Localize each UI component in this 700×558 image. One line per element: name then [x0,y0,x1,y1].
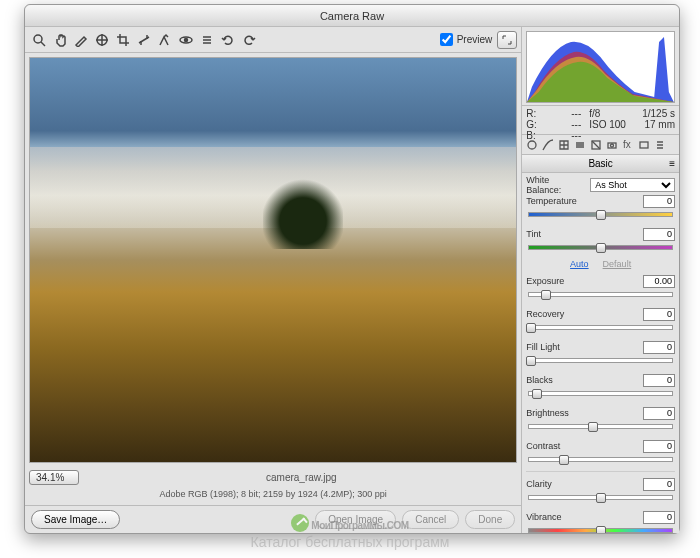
filename-label: camera_raw.jpg [85,472,517,483]
color-sampler-tool-icon[interactable] [92,30,112,50]
svg-text:fx: fx [623,139,631,150]
straighten-tool-icon[interactable] [134,30,154,50]
rotate-ccw-icon[interactable] [218,30,238,50]
exif-readout: f/81/125 s ISO 10017 mm [581,108,675,132]
histogram[interactable] [526,31,675,103]
toolbar: Preview [25,27,521,53]
tab-curve-icon[interactable] [540,137,555,152]
temperature-value[interactable] [643,195,675,208]
done-button[interactable]: Done [465,510,515,529]
tint-row: Tint [526,226,675,242]
contrast-slider[interactable] [528,454,673,466]
image-preview-area[interactable] [29,57,517,463]
svg-point-9 [185,38,188,41]
temperature-row: Temperature [526,193,675,209]
hand-tool-icon[interactable] [50,30,70,50]
recovery-slider[interactable] [528,322,673,334]
info-readout: R:--- G:--- B:--- f/81/125 s ISO 10017 m… [522,105,679,135]
fill-light-value[interactable] [643,341,675,354]
white-balance-tool-icon[interactable] [71,30,91,50]
svg-line-15 [592,141,600,149]
svg-point-0 [34,35,42,43]
preview-image [30,58,516,462]
tint-value[interactable] [643,228,675,241]
tab-presets-icon[interactable] [652,137,667,152]
red-eye-tool-icon[interactable] [176,30,196,50]
histogram-svg [527,32,674,102]
vibrance-slider[interactable] [528,525,673,533]
zoom-level-select[interactable]: 34.1% [29,470,79,485]
camera-raw-window: Camera Raw Preview [24,4,680,534]
right-panel: R:--- G:--- B:--- f/81/125 s ISO 10017 m… [522,27,679,533]
tab-split-icon[interactable] [588,137,603,152]
svg-point-13 [528,141,536,149]
window-titlebar[interactable]: Camera Raw [25,5,679,27]
preview-checkbox[interactable]: Preview [440,33,493,46]
fullscreen-toggle-icon[interactable] [497,31,517,49]
white-balance-select[interactable]: As Shot [590,178,675,192]
preview-checkbox-input[interactable] [440,33,453,46]
temperature-slider[interactable] [528,209,673,221]
content-area: Preview 34.1% camera_raw.jpg Adobe RGB (… [25,27,679,533]
tab-detail-icon[interactable] [556,137,571,152]
bottom-button-bar: Save Image… Open Image Cancel Done [25,505,521,533]
svg-rect-19 [640,142,648,148]
panel-menu-icon[interactable]: ≡ [669,155,675,173]
open-image-button[interactable]: Open Image [315,510,396,529]
zoom-bar: 34.1% camera_raw.jpg [25,467,521,487]
blacks-slider[interactable] [528,388,673,400]
brightness-slider[interactable] [528,421,673,433]
auto-default-row: Auto Default [526,259,675,269]
fill-light-slider[interactable] [528,355,673,367]
svg-point-17 [610,144,613,147]
panel-header: Basic ≡ [522,155,679,173]
panel-header-label: Basic [588,155,612,173]
crop-tool-icon[interactable] [113,30,133,50]
tab-lens-icon[interactable] [604,137,619,152]
exposure-value[interactable] [643,275,675,288]
tab-basic-icon[interactable] [524,137,539,152]
recovery-value[interactable] [643,308,675,321]
rgb-readout: R:--- G:--- B:--- [526,108,581,132]
tab-hsl-icon[interactable] [572,137,587,152]
save-image-button[interactable]: Save Image… [31,510,120,529]
tab-calibration-icon[interactable] [636,137,651,152]
vibrance-value[interactable] [643,511,675,524]
workflow-link[interactable]: Adobe RGB (1998); 8 bit; 2159 by 1924 (4… [25,487,521,505]
contrast-value[interactable] [643,440,675,453]
clarity-value[interactable] [643,478,675,491]
white-balance-label: White Balance: [526,175,586,195]
svg-line-1 [41,42,45,46]
cancel-button[interactable]: Cancel [402,510,459,529]
blacks-value[interactable] [643,374,675,387]
left-panel: Preview 34.1% camera_raw.jpg Adobe RGB (… [25,27,522,533]
list-tool-icon[interactable] [197,30,217,50]
default-link[interactable]: Default [603,259,632,269]
rotate-cw-icon[interactable] [239,30,259,50]
tint-slider[interactable] [528,242,673,254]
tab-fx-icon[interactable]: fx [620,137,635,152]
basic-adjustments-panel: White Balance: As Shot Temperature Tint … [522,173,679,533]
white-balance-row: White Balance: As Shot [526,177,675,193]
zoom-tool-icon[interactable] [29,30,49,50]
spot-removal-tool-icon[interactable] [155,30,175,50]
auto-link[interactable]: Auto [570,259,589,269]
exposure-slider[interactable] [528,289,673,301]
adjustment-tab-row: fx [522,135,679,155]
preview-label: Preview [457,34,493,45]
clarity-slider[interactable] [528,492,673,504]
brightness-value[interactable] [643,407,675,420]
